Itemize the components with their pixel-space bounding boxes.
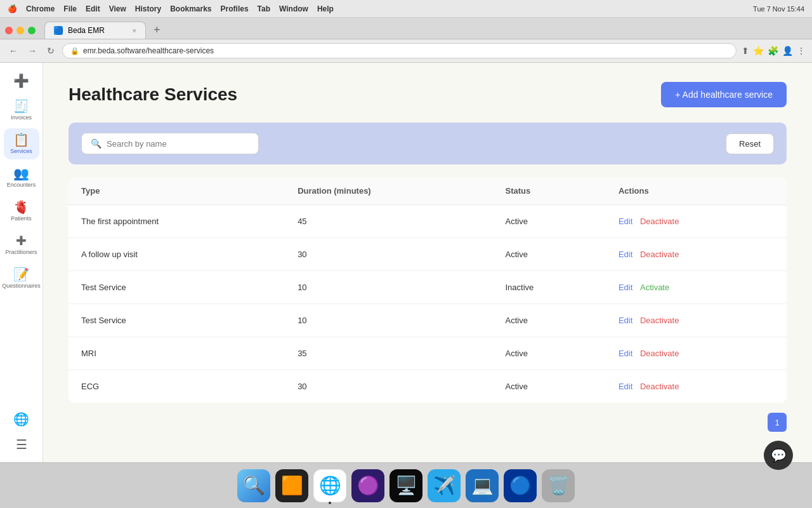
edit-button-4[interactable]: Edit [619,349,632,358]
dock-terminal[interactable]: 🖥️ [390,469,422,502]
table-body: The first appointment 45 Active Edit Dea… [69,205,787,403]
page-1-button[interactable]: 1 [768,413,787,432]
sidebar: ➕ 🧾 Invoices 📋 Services 👥 Encounters 🫀 P… [0,63,43,462]
sidebar-label-practitioners: Practitioners [5,249,37,255]
dock-quicktime[interactable]: 🔵 [504,469,537,502]
terminal-icon: 🖥️ [395,475,417,496]
cell-duration-4: 35 [285,337,492,370]
table-row: Test Service 10 Active Edit Deactivate [69,304,787,337]
dock-vscode[interactable]: 💻 [466,469,499,502]
edit-button-0[interactable]: Edit [619,217,632,226]
deactivate-button-0[interactable]: Deactivate [640,217,679,226]
dock-telegram[interactable]: ✈️ [428,469,461,502]
edit-button-2[interactable]: Edit [619,283,632,292]
filter-bar: 🔍 Reset [69,123,787,164]
bookmark-icon[interactable]: ⭐ [753,46,764,56]
dock-finder[interactable]: 🔍 [237,469,270,502]
bookmarks-menu[interactable]: Bookmarks [170,4,211,13]
edit-menu[interactable]: Edit [86,4,100,13]
cell-actions-3: Edit Deactivate [606,304,787,337]
chat-bubble-button[interactable]: 💬 [764,441,793,470]
forward-button[interactable]: → [25,44,39,57]
cell-status-5: Active [492,370,605,403]
maximize-window-button[interactable] [28,27,36,34]
sidebar-bottom: 🌐 ☰ [4,408,39,462]
help-menu[interactable]: Help [317,4,334,13]
questionnaires-icon: 📝 [13,268,29,281]
vscode-icon: 💻 [471,475,494,496]
cell-actions-0: Edit Deactivate [606,205,787,238]
sidebar-item-practitioners[interactable]: ✚ Practitioners [4,229,39,260]
add-sidebar-icon: ➕ [13,74,29,87]
chrome-icon: 🌐 [319,475,341,496]
cast-icon[interactable]: ⬆ [742,46,749,56]
sidebar-item-services[interactable]: 📋 Services [4,128,39,159]
more-options-icon[interactable]: ⋮ [797,46,806,56]
browser-tab-beda[interactable]: 🔵 Beda EMR × [44,22,146,39]
window-menu[interactable]: Window [279,4,308,13]
url-bar[interactable]: 🔒 emr.beda.software/healthcare-services [62,43,737,58]
profiles-menu[interactable]: Profiles [221,4,249,13]
sidebar-item-menu[interactable]: ☰ [4,433,39,456]
browser-toolbar-icons: ⬆ ⭐ 🧩 👤 ⋮ [742,46,806,56]
cell-type-0: The first appointment [69,205,285,238]
reset-button[interactable]: Reset [726,133,774,154]
reload-button[interactable]: ↻ [44,44,57,57]
dock-obsidian[interactable]: 🟣 [351,469,384,502]
finder-icon: 🔍 [243,475,265,496]
extensions-icon[interactable]: 🧩 [768,46,778,56]
encounters-icon: 👥 [13,167,29,180]
dock-launchpad[interactable]: 🟧 [275,469,308,502]
cell-status-2: Inactive [492,271,605,304]
sidebar-label-patients: Patients [11,215,32,222]
sidebar-item-invoices[interactable]: 🧾 Invoices [4,95,39,126]
tab-menu[interactable]: Tab [258,4,270,13]
edit-button-5[interactable]: Edit [619,382,632,391]
main-content: Healthcare Services + Add healthcare ser… [43,63,812,462]
cell-status-4: Active [492,337,605,370]
tab-title: Beda EMR [68,26,105,35]
close-window-button[interactable] [5,27,13,34]
tab-close-button[interactable]: × [133,27,136,34]
new-tab-button[interactable]: + [150,22,164,38]
globe-icon: 🌐 [13,413,29,425]
dock-trash[interactable]: 🗑️ [542,469,575,502]
history-menu[interactable]: History [135,4,161,13]
chat-icon: 💬 [771,448,787,463]
file-menu[interactable]: File [63,4,77,13]
table-row: The first appointment 45 Active Edit Dea… [69,205,787,238]
chrome-dock-dot [329,502,331,504]
view-menu[interactable]: View [109,4,126,13]
sidebar-item-questionnaires[interactable]: 📝 Questionnaires [4,263,39,294]
back-button[interactable]: ← [6,44,20,57]
hamburger-icon: ☰ [16,438,27,451]
sidebar-item-add[interactable]: ➕ [4,69,39,92]
url-text: emr.beda.software/healthcare-services [83,46,728,55]
deactivate-button-5[interactable]: Deactivate [640,382,679,391]
sidebar-item-globe[interactable]: 🌐 [4,408,39,431]
trash-icon: 🗑️ [547,475,570,496]
add-healthcare-service-button[interactable]: + Add healthcare service [661,82,787,107]
activate-button-2[interactable]: Activate [640,283,669,292]
search-input[interactable] [107,139,249,149]
edit-button-3[interactable]: Edit [619,316,632,325]
deactivate-button-3[interactable]: Deactivate [640,316,679,325]
column-status: Status [492,177,605,205]
chrome-menu[interactable]: Chrome [26,4,55,13]
deactivate-button-1[interactable]: Deactivate [640,250,679,259]
tab-bar: 🔵 Beda EMR × + [5,22,807,39]
cell-duration-5: 30 [285,370,492,403]
sidebar-item-encounters[interactable]: 👥 Encounters [4,162,39,193]
sidebar-item-patients[interactable]: 🫀 Patients [4,196,39,227]
cell-duration-1: 30 [285,238,492,271]
minimize-window-button[interactable] [16,27,24,34]
dock-chrome[interactable]: 🌐 [313,469,346,502]
search-box[interactable]: 🔍 [81,133,259,154]
deactivate-button-4[interactable]: Deactivate [640,349,679,358]
cell-duration-3: 10 [285,304,492,337]
profile-icon[interactable]: 👤 [782,46,793,56]
edit-button-1[interactable]: Edit [619,250,632,259]
telegram-icon: ✈️ [433,475,455,496]
column-actions: Actions [606,177,787,205]
apple-menu[interactable]: 🍎 [8,4,17,13]
